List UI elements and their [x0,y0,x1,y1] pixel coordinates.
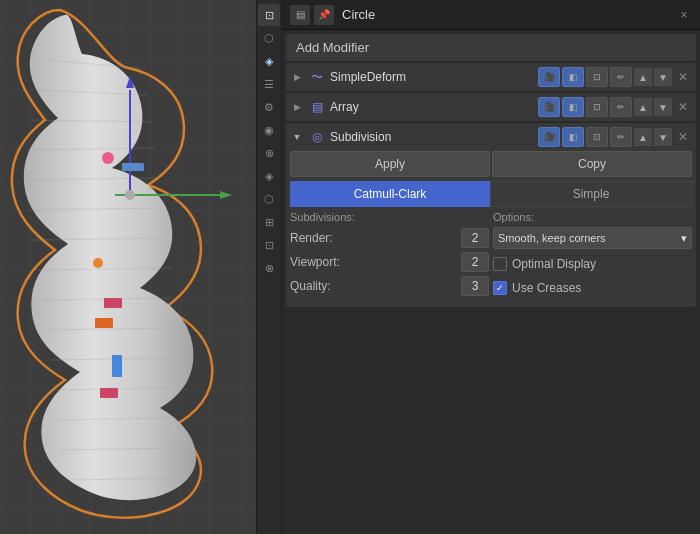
subdivision-close-btn[interactable]: ✕ [674,128,692,146]
toggle-simple-deform[interactable]: ▶ [290,70,304,84]
toggle-subdivision[interactable]: ▼ [290,130,304,144]
options-column: Options: Smooth, keep corners ▾ Optimal … [493,211,692,301]
svg-rect-26 [95,318,113,328]
sidebar-icon-output[interactable]: ⬡ [258,188,280,210]
sidebar-icon-render[interactable]: ◈ [258,165,280,187]
svg-rect-25 [104,298,122,308]
title-bar: ▤ 📌 Circle × [282,0,700,30]
quality-row: Quality: 3 [290,275,489,297]
array-down-btn[interactable]: ▼ [654,98,672,116]
sidebar-icon-extra[interactable]: ⊗ [258,257,280,279]
quality-label: Quality: [290,279,461,293]
viewport-row: Viewport: 2 [290,251,489,273]
viewport-label: Viewport: [290,255,461,269]
simple-deform-name: SimpleDeform [330,70,534,84]
simple-deform-icon: 〜 [308,68,326,86]
modifier-simple-deform: ▶ 〜 SimpleDeform 🎥 ◧ ⊡ ✏ ▲ ▼ ✕ [286,63,696,91]
array-edit-btn[interactable]: ✏ [610,97,632,117]
quality-value[interactable]: 3 [461,276,489,296]
array-camera-btn[interactable]: 🎥 [538,97,560,117]
subdivision-edit-btn[interactable]: ✏ [610,127,632,147]
svg-point-24 [93,258,103,268]
optimal-display-checkbox[interactable] [493,257,507,271]
smooth-option-label: Smooth, keep corners [498,232,606,244]
array-viewport-btn[interactable]: ⊡ [586,97,608,117]
subdivision-render-btn[interactable]: ◧ [562,127,584,147]
svg-point-21 [125,190,135,200]
render-value[interactable]: 2 [461,228,489,248]
apply-button[interactable]: Apply [290,151,490,177]
subdivision-icon: ◎ [308,128,326,146]
sidebar-icon-world[interactable]: ◉ [258,119,280,141]
simple-deform-camera-btn[interactable]: 🎥 [538,67,560,87]
array-name: Array [330,100,534,114]
toggle-array[interactable]: ▶ [290,100,304,114]
modifier-array: ▶ ▤ Array 🎥 ◧ ⊡ ✏ ▲ ▼ ✕ [286,93,696,121]
array-close-btn[interactable]: ✕ [674,98,692,116]
add-modifier-header: Add Modifier [286,34,696,61]
subdivision-name: Subdivision [330,130,534,144]
array-buttons: 🎥 ◧ ⊡ ✏ ▲ ▼ ✕ [538,97,692,117]
right-panel: ▤ 📌 Circle × Add Modifier ▶ 〜 SimpleDefo… [282,0,700,534]
simple-deform-close-btn[interactable]: ✕ [674,68,692,86]
sidebar-icon-data[interactable]: ☰ [258,73,280,95]
array-icon: ▤ [308,98,326,116]
sidebar-icon-scene[interactable]: ⊗ [258,142,280,164]
simple-deform-up-btn[interactable]: ▲ [634,68,652,86]
pin-btn[interactable]: 📌 [314,5,334,25]
simple-deform-viewport-btn[interactable]: ⊡ [586,67,608,87]
icon-sidebar: ⊡ ⬡ ◈ ☰ ⚙ ◉ ⊗ ◈ ⬡ ⊞ ⊡ ⊗ [256,0,282,534]
simple-deform-edit-btn[interactable]: ✏ [610,67,632,87]
use-creases-checkbox[interactable]: ✓ [493,281,507,295]
use-creases-label: Use Creases [512,281,581,295]
simple-tab[interactable]: Simple [490,181,692,207]
close-panel-btn[interactable]: × [676,7,692,23]
sidebar-icon-modifier[interactable]: ◈ [258,50,280,72]
viewport-value[interactable]: 2 [461,252,489,272]
optimal-display-row: Optimal Display [493,253,692,275]
render-label: Render: [290,231,461,245]
use-creases-row: ✓ Use Creases [493,277,692,299]
subdivision-down-btn[interactable]: ▼ [654,128,672,146]
array-render-btn[interactable]: ◧ [562,97,584,117]
options-label: Options: [493,211,692,223]
subdivisions-label: Subdivisions: [290,211,489,223]
optimal-display-label: Optimal Display [512,257,596,271]
sidebar-icon-object[interactable]: ⬡ [258,27,280,49]
subdivision-up-btn[interactable]: ▲ [634,128,652,146]
array-up-btn[interactable]: ▲ [634,98,652,116]
render-row: Render: 2 [290,227,489,249]
subdivision-viewport-btn[interactable]: ⊡ [586,127,608,147]
title-icons: ▤ 📌 [290,5,334,25]
subdivisions-column: Subdivisions: Render: 2 Viewport: 2 Qual… [290,211,489,301]
dropdown-chevron: ▾ [681,232,687,245]
properties-panel[interactable]: Add Modifier ▶ 〜 SimpleDeform 🎥 ◧ ⊡ ✏ ▲ … [282,30,700,534]
subdivision-expanded-content: Apply Copy Catmull-Clark Simple Subdivis… [286,151,696,307]
sidebar-icon-material[interactable]: ⚙ [258,96,280,118]
viewport-3d[interactable] [0,0,282,534]
modifier-subdivision: ▼ ◎ Subdivision 🎥 ◧ ⊡ ✏ ▲ ▼ ✕ Apply [286,123,696,307]
sidebar-icon-view[interactable]: ⊞ [258,211,280,233]
simple-deform-down-btn[interactable]: ▼ [654,68,672,86]
svg-rect-28 [100,388,118,398]
options-area: Subdivisions: Render: 2 Viewport: 2 Qual… [290,211,692,301]
simple-deform-buttons: 🎥 ◧ ⊡ ✏ ▲ ▼ ✕ [538,67,692,87]
subdivision-buttons: 🎥 ◧ ⊡ ✏ ▲ ▼ ✕ [538,127,692,147]
svg-rect-27 [112,355,122,377]
svg-point-22 [102,152,114,164]
subdivision-camera-btn[interactable]: 🎥 [538,127,560,147]
simple-deform-render-btn[interactable]: ◧ [562,67,584,87]
smooth-option-dropdown[interactable]: Smooth, keep corners ▾ [493,227,692,249]
sidebar-icon-filter[interactable]: ⊡ [258,234,280,256]
catmull-clark-tab[interactable]: Catmull-Clark [290,181,490,207]
algorithm-tabs: Catmull-Clark Simple [290,181,692,207]
svg-rect-23 [122,163,144,171]
object-name-title: Circle [342,7,676,22]
sidebar-icon-properties[interactable]: ⊡ [258,4,280,26]
copy-button[interactable]: Copy [492,151,692,177]
apply-copy-row: Apply Copy [290,151,692,177]
editor-type-btn[interactable]: ▤ [290,5,310,25]
